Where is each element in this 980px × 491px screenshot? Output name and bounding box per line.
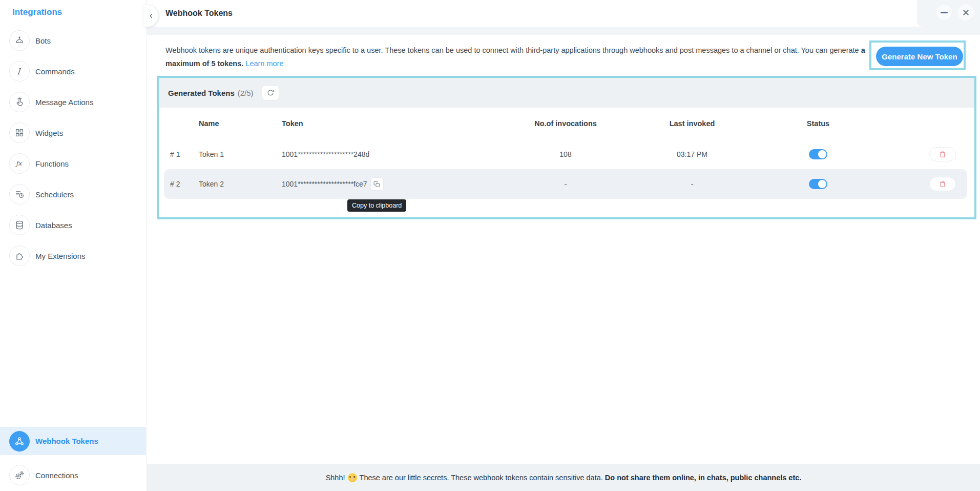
- footer-text-start: Shhh!: [326, 474, 345, 482]
- footer-text-bold: Do not share them online, in chats, publ…: [605, 474, 802, 482]
- delete-token-button[interactable]: [929, 147, 956, 161]
- sidebar-nav: Bots Commands Message Actions: [0, 25, 146, 271]
- header-divider-strip: [147, 27, 980, 35]
- invocations-value: -: [472, 180, 659, 188]
- grid-icon: [9, 122, 30, 143]
- chevron-left-icon: [148, 12, 155, 19]
- sidebar-item-webhook-tokens[interactable]: Webhook Tokens: [0, 427, 146, 455]
- column-status: Status: [725, 119, 911, 128]
- row-index: # 2: [159, 180, 199, 188]
- close-icon: [962, 9, 970, 16]
- webhook-tokens-panel: Webhook Tokens Webhook tokens are unique…: [147, 0, 980, 491]
- token-name: Token 2: [199, 180, 282, 188]
- puzzle-icon: [9, 246, 30, 266]
- invocations-value: 108: [472, 150, 659, 158]
- table-header-row: Name Token No.of invocations Last invoke…: [159, 108, 974, 139]
- last-invoked-value: 03:17 PM: [659, 150, 725, 158]
- sidebar-item-my-extensions[interactable]: My Extensions: [0, 240, 146, 271]
- refresh-button[interactable]: [262, 85, 279, 100]
- token-value: 1001********************248d: [282, 150, 369, 158]
- status-toggle[interactable]: [809, 149, 827, 159]
- copy-icon: [373, 181, 380, 188]
- token-name: Token 1: [199, 150, 282, 158]
- gears-icon: [9, 465, 30, 485]
- refresh-icon: [267, 89, 274, 96]
- close-button[interactable]: [957, 4, 974, 21]
- minimize-icon: [941, 12, 948, 13]
- shushing-face-emoji: [348, 473, 357, 482]
- highlight-box-tokens-table: Generated Tokens (2/5) Name Token No.of …: [157, 76, 976, 219]
- sidebar-item-databases[interactable]: Databases: [0, 210, 146, 240]
- sidebar-item-label: Webhook Tokens: [35, 437, 98, 445]
- column-invocations: No.of invocations: [472, 119, 659, 128]
- sidebar-item-bots[interactable]: Bots: [0, 25, 146, 56]
- sidebar-collapse-button[interactable]: [143, 5, 158, 27]
- footer-text-middle: These are our little secrets. These webh…: [360, 474, 603, 482]
- sidebar-item-label: Connections: [35, 471, 78, 480]
- delete-token-button[interactable]: [929, 177, 956, 191]
- generated-tokens-header: Generated Tokens (2/5): [159, 78, 974, 108]
- sidebar-item-label: Databases: [35, 221, 72, 230]
- trash-icon: [939, 180, 946, 188]
- description-line2-bold: maximum of 5 tokens.: [165, 59, 243, 68]
- sidebar-title: Integrations: [12, 7, 62, 17]
- fx-icon: ƒx: [9, 153, 30, 174]
- sidebar-item-functions[interactable]: ƒx Functions: [0, 148, 146, 179]
- column-last-invoked: Last invoked: [659, 119, 725, 128]
- sidebar-item-label: My Extensions: [35, 252, 86, 260]
- integrations-window: Integrations Bots Commands: [0, 0, 980, 491]
- last-invoked-value: -: [659, 180, 725, 188]
- slash-command-icon: [9, 61, 30, 81]
- sidebar-item-message-actions[interactable]: Message Actions: [0, 87, 146, 117]
- column-token: Token: [282, 119, 472, 128]
- generated-tokens-title: Generated Tokens: [168, 89, 235, 97]
- sidebar-item-label: Commands: [35, 67, 75, 76]
- sidebar-item-label: Functions: [35, 159, 69, 168]
- svg-text:ƒx: ƒx: [15, 160, 23, 167]
- sidebar-item-commands[interactable]: Commands: [0, 56, 146, 87]
- sidebar-item-label: Widgets: [35, 129, 63, 137]
- sidebar-item-connections[interactable]: Connections: [0, 460, 146, 490]
- bot-icon: [9, 30, 30, 51]
- schedule-clock-icon: [9, 184, 30, 204]
- column-name: Name: [199, 119, 282, 128]
- database-icon: [9, 215, 30, 235]
- token-value: 1001********************fce7: [282, 180, 367, 188]
- generate-new-token-button[interactable]: Generate New Token: [876, 47, 963, 66]
- table-row: # 1 Token 1 1001********************248d…: [159, 139, 974, 169]
- trash-icon: [939, 151, 946, 158]
- highlight-box-generate: Generate New Token: [869, 40, 966, 70]
- page-title: Webhook Tokens: [165, 9, 233, 18]
- sidebar-item-widgets[interactable]: Widgets: [0, 117, 146, 148]
- status-toggle[interactable]: [809, 179, 827, 189]
- footer-notice: Shhh!These are our little secrets. These…: [147, 464, 980, 491]
- sidebar-item-label: Schedulers: [35, 190, 74, 199]
- description-line1-bold: a: [861, 46, 865, 54]
- sidebar-item-schedulers[interactable]: Schedulers: [0, 179, 146, 210]
- sidebar-item-label: Bots: [35, 36, 51, 45]
- table-row: # 2 Token 2 1001********************fce7…: [159, 169, 974, 199]
- learn-more-link[interactable]: Learn more: [245, 59, 283, 68]
- tap-hand-icon: [9, 92, 30, 112]
- sidebar: Integrations Bots Commands: [0, 0, 147, 491]
- generated-tokens-count: (2/5): [238, 89, 254, 97]
- copy-token-button[interactable]: [370, 177, 384, 191]
- description-line1: Webhook tokens are unique authentication…: [165, 46, 859, 54]
- minimize-button[interactable]: [936, 5, 952, 20]
- row-index: # 1: [159, 150, 199, 158]
- description-text: Webhook tokens are unique authentication…: [165, 45, 871, 69]
- sidebar-item-label: Message Actions: [35, 98, 93, 107]
- copy-tooltip: Copy to clipboard: [347, 199, 406, 212]
- webhook-icon: [9, 431, 30, 452]
